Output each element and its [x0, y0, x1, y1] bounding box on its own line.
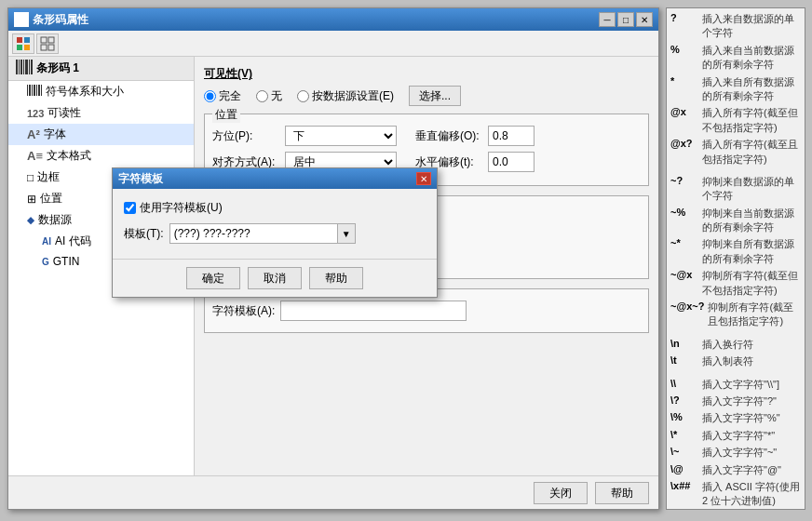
choose-button[interactable]: 选择... [409, 86, 461, 106]
info-code-12: \\ [670, 378, 698, 392]
direction-group: 方位(P): 上 下 左 右 [212, 126, 397, 146]
visibility-radio-group: 完全 无 按数据源设置(E) 选择... [204, 86, 649, 106]
visibility-datasource-radio[interactable] [297, 90, 309, 102]
info-desc-13: 插入文字字符"?" [702, 394, 801, 408]
char-dialog-footer: 确定 取消 帮助 [113, 259, 437, 297]
info-row-16: \~插入文字字符"~" [670, 446, 801, 460]
font-icon: A² [27, 127, 40, 141]
svg-rect-5 [24, 37, 30, 43]
char-template-browse-button[interactable]: ▼ [337, 223, 356, 244]
svg-rect-22 [34, 85, 35, 96]
svg-rect-4 [17, 37, 22, 43]
window-title: 条形码属性 [33, 12, 88, 28]
svg-rect-8 [41, 37, 47, 43]
svg-rect-11 [48, 45, 54, 50]
close-button[interactable]: 关闭 [534, 482, 588, 504]
info-row-10: \n插入换行符 [670, 338, 801, 352]
close-window-button[interactable]: ✕ [636, 12, 653, 27]
info-desc-1: 插入来自当前数据源的所有剩余字符 [702, 44, 801, 73]
info-code-4: @x? [670, 138, 698, 167]
info-row-2: *插入来自所有数据源的所有剩余字符 [670, 75, 801, 104]
info-row-13: \?插入文字字符"?" [670, 394, 801, 408]
info-desc-17: 插入文字字符"@" [702, 463, 801, 477]
char-template-input[interactable]: (???) ???-???? [169, 223, 356, 244]
info-code-9: ~@x~? [670, 301, 704, 329]
svg-rect-23 [36, 85, 37, 96]
svg-rect-12 [16, 60, 18, 74]
info-desc-18: 插入 ASCII 字符(使用 2 位十六进制值) [702, 480, 801, 509]
help-button[interactable]: 帮助 [595, 482, 649, 504]
info-desc-6: 抑制来自当前数据源的所有剩余字符 [702, 207, 801, 235]
char-dialog-help-button[interactable]: 帮助 [309, 267, 363, 289]
horizontal-offset-input[interactable]: 0.0 [488, 152, 535, 172]
info-row-6: ~%抑制来自当前数据源的所有剩余字符 [670, 207, 801, 235]
info-desc-12: 插入文字字符"\\"] [702, 378, 801, 392]
maximize-button[interactable]: □ [617, 12, 634, 27]
info-desc-5: 抑制来自数据源的单个字符 [702, 175, 801, 204]
tree-item-textformat[interactable]: A≡ 文本格式 [8, 145, 194, 167]
info-desc-7: 抑制来自所有数据源的所有剩余字符 [702, 237, 801, 266]
visibility-datasource[interactable]: 按数据源设置(E) [297, 88, 394, 104]
vertical-offset-group: 垂直偏移(O): 0.8 [415, 126, 535, 146]
use-template-checkbox[interactable] [124, 202, 136, 214]
info-code-1: % [670, 44, 698, 73]
info-code-16: \~ [670, 446, 698, 460]
svg-rect-18 [31, 60, 33, 74]
info-row-7: ~*抑制来自所有数据源的所有剩余字符 [670, 237, 801, 266]
visibility-none-radio[interactable] [256, 90, 268, 102]
use-template-label: 使用字符模板(U) [140, 200, 223, 216]
info-row-8: ~@x抑制所有字符(截至但不包括指定字符) [670, 269, 801, 298]
svg-rect-10 [41, 45, 47, 50]
toolbar-btn-2[interactable] [36, 33, 59, 54]
info-panel: ?插入来自数据源的单个字符%插入来自当前数据源的所有剩余字符*插入来自所有数据源… [666, 7, 805, 510]
vertical-offset-label: 垂直偏移(O): [415, 128, 480, 144]
svg-rect-14 [20, 60, 22, 74]
direction-select[interactable]: 上 下 左 右 [285, 126, 397, 146]
toolbar [8, 31, 658, 57]
info-row-3: @x插入所有字符(截至但不包括指定字符) [670, 106, 801, 135]
info-code-15: \* [670, 429, 698, 443]
readable-icon: 123 [27, 108, 44, 119]
minimize-button[interactable]: ─ [599, 12, 616, 27]
svg-rect-19 [27, 85, 28, 96]
info-code-18: \x## [670, 480, 698, 509]
visibility-label: 可见性(V) [204, 66, 649, 82]
char-dialog-confirm-button[interactable]: 确定 [186, 267, 240, 289]
char-template-row: 模板(T): (???) ???-???? ▼ [124, 223, 426, 244]
char-dialog-close-button[interactable]: ✕ [416, 172, 431, 185]
svg-rect-16 [25, 60, 28, 74]
template-input[interactable]: 使用字符模板: (???) ???-???? [280, 301, 467, 321]
tree-header[interactable]: 条形码 1 [8, 57, 194, 81]
toolbar-btn-1[interactable] [12, 33, 34, 54]
svg-rect-7 [24, 45, 30, 50]
svg-rect-25 [41, 85, 42, 96]
info-code-11: \t [670, 354, 698, 368]
vertical-offset-input[interactable]: 0.8 [488, 126, 535, 146]
char-dialog-body: 使用字符模板(U) 模板(T): (???) ???-???? ▼ [113, 189, 437, 259]
bottom-bar: 关闭 帮助 [8, 475, 658, 509]
visibility-none[interactable]: 无 [256, 88, 282, 104]
info-desc-0: 插入来自数据源的单个字符 [702, 12, 801, 41]
info-row-14: \%插入文字字符"%" [670, 411, 801, 425]
window-icon [14, 12, 29, 27]
char-template-input-group: (???) ???-???? ▼ [169, 223, 356, 244]
position-icon: ⊞ [27, 193, 36, 206]
info-code-5: ~? [670, 175, 698, 204]
info-desc-16: 插入文字字符"~" [702, 446, 801, 460]
visibility-full-radio[interactable] [204, 90, 216, 102]
info-row-5: ~?抑制来自数据源的单个字符 [670, 175, 801, 204]
tree-item-readable[interactable]: 123 可读性 [8, 102, 194, 124]
tree-item-readable-label: 可读性 [47, 105, 81, 121]
tree-item-font[interactable]: A² 字体 [8, 124, 194, 145]
border-icon: □ [27, 171, 34, 184]
tree-item-symbol[interactable]: 符号体系和大小 [8, 81, 194, 102]
info-row-17: \@插入文字字符"@" [670, 463, 801, 477]
char-dialog-title-bar: 字符模板 ✕ [113, 168, 437, 189]
visibility-full[interactable]: 完全 [204, 88, 241, 104]
info-desc-2: 插入来自所有数据源的所有剩余字符 [702, 75, 801, 104]
info-code-17: \@ [670, 463, 698, 477]
tree-item-symbol-label: 符号体系和大小 [46, 84, 124, 100]
info-code-7: ~* [670, 237, 698, 266]
char-dialog-cancel-button[interactable]: 取消 [248, 267, 302, 289]
info-desc-15: 插入文字字符"*" [702, 429, 801, 443]
